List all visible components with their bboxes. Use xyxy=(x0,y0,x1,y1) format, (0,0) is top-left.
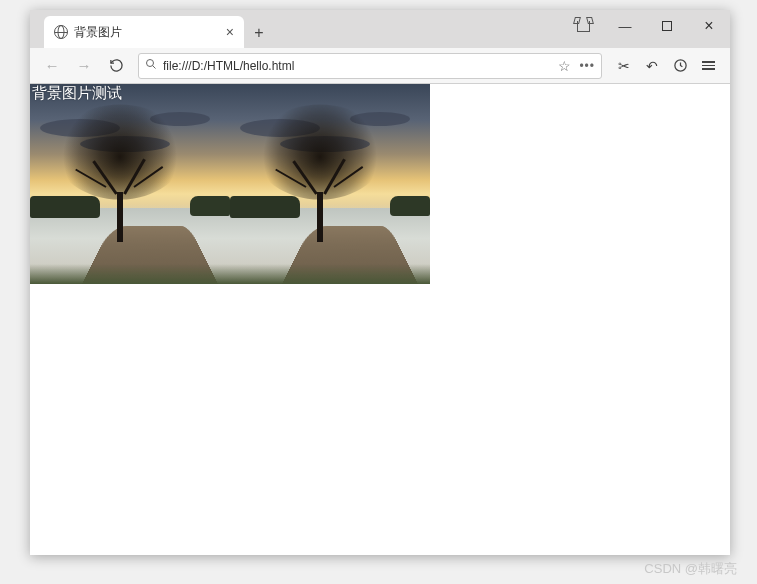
title-bar: 背景图片 × + — × xyxy=(30,10,730,48)
browser-tab[interactable]: 背景图片 × xyxy=(44,16,244,48)
overlay-text: 背景图片测试 xyxy=(32,84,122,103)
back-button[interactable]: ← xyxy=(38,52,66,80)
menu-button[interactable] xyxy=(694,52,722,80)
bookmark-star-icon[interactable]: ☆ xyxy=(558,58,571,74)
new-tab-button[interactable]: + xyxy=(244,18,274,48)
page-content: 背景图片测试 xyxy=(30,84,730,555)
screenshot-button[interactable] xyxy=(562,10,604,42)
window-controls: — × xyxy=(562,10,730,42)
cut-icon[interactable]: ✂ xyxy=(610,52,638,80)
background-tile-1 xyxy=(30,84,230,284)
svg-line-1 xyxy=(153,66,156,69)
window-minimize-button[interactable]: — xyxy=(604,10,646,42)
toolbar: ← → file:///D:/HTML/hello.html ☆ ••• ✂ ↶ xyxy=(30,48,730,84)
url-bar[interactable]: file:///D:/HTML/hello.html ☆ ••• xyxy=(138,53,602,79)
background-tile-2 xyxy=(230,84,430,284)
right-tools: ✂ ↶ xyxy=(610,52,722,80)
window-close-button[interactable]: × xyxy=(688,10,730,42)
browser-window: 背景图片 × + — × ← → file:///D:/HTML/hello.h… xyxy=(30,10,730,555)
svg-point-0 xyxy=(147,60,154,67)
tab-close-icon[interactable]: × xyxy=(226,24,234,40)
watermark: CSDN @韩曙亮 xyxy=(644,560,737,578)
url-text: file:///D:/HTML/hello.html xyxy=(163,59,294,73)
forward-button[interactable]: → xyxy=(70,52,98,80)
reload-button[interactable] xyxy=(102,52,130,80)
tab-title: 背景图片 xyxy=(74,24,122,41)
background-image-box: 背景图片测试 xyxy=(30,84,430,284)
window-maximize-button[interactable] xyxy=(646,10,688,42)
globe-icon xyxy=(54,25,68,39)
search-icon xyxy=(145,58,157,73)
page-actions-icon[interactable]: ••• xyxy=(579,59,595,73)
undo-icon[interactable]: ↶ xyxy=(638,52,666,80)
history-icon[interactable] xyxy=(666,52,694,80)
